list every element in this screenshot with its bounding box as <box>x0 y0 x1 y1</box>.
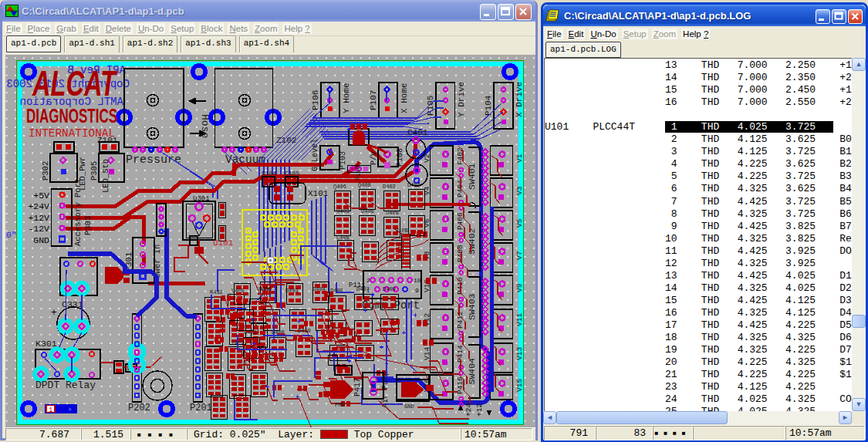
svg-text:Hose: Hose <box>199 114 211 138</box>
svg-text:P103: P103 <box>339 151 347 170</box>
svg-text:10": 10" <box>5 230 17 240</box>
svg-text:Air Pump: Air Pump <box>381 371 390 408</box>
svg-text:V11: V11 <box>515 313 524 326</box>
svg-text:P107: P107 <box>369 90 378 110</box>
svg-text:+12: +12 <box>475 403 484 417</box>
svg-text:P417: P417 <box>353 378 362 396</box>
svg-text:+: + <box>68 407 72 414</box>
svg-text:K301: K301 <box>35 339 57 349</box>
svg-text:U406: U406 <box>258 286 272 292</box>
svg-text:SW403: SW403 <box>467 293 477 320</box>
svg-text:C412: C412 <box>231 340 245 346</box>
svg-text:V9: V9 <box>515 283 524 292</box>
svg-text:+24V: +24V <box>28 201 49 211</box>
svg-text:D407: D407 <box>356 286 370 292</box>
svg-text:Y Home: Y Home <box>342 83 351 113</box>
svg-text:LED_Stb: LED_Stb <box>101 159 110 193</box>
svg-text:Y Drive: Y Drive <box>457 82 466 117</box>
svg-text:P305: P305 <box>90 161 99 181</box>
svg-text:U101: U101 <box>213 238 234 248</box>
svg-text:U405: U405 <box>231 288 245 294</box>
svg-text:C331: C331 <box>62 299 83 309</box>
svg-text:D406: D406 <box>361 208 374 214</box>
svg-text:C105: C105 <box>285 170 299 177</box>
svg-text:Q408: Q408 <box>358 182 371 188</box>
svg-text:V4: V4 <box>423 186 431 195</box>
svg-text:SW404: SW404 <box>467 358 477 385</box>
svg-text:P108: P108 <box>396 148 404 167</box>
svg-text:1: 1 <box>49 407 52 414</box>
svg-text:D408: D408 <box>386 210 399 216</box>
svg-text:P303: P303 <box>83 216 93 235</box>
svg-text:P408: P408 <box>456 245 464 262</box>
svg-text:P406: P406 <box>456 212 464 230</box>
svg-text:Z101: Z101 <box>97 136 118 145</box>
svg-text:D404: D404 <box>312 286 326 292</box>
svg-text:ALCAT: ALCAT <box>32 63 117 103</box>
svg-text:V14: V14 <box>423 347 431 360</box>
svg-text:V3: V3 <box>515 186 524 195</box>
svg-text:D405: D405 <box>330 288 343 294</box>
svg-text:D408: D408 <box>272 329 285 336</box>
svg-text:P/V: P/V <box>370 151 378 165</box>
svg-text:C401: C401 <box>407 128 428 137</box>
svg-text:V5: V5 <box>515 218 524 228</box>
svg-text:X Drive: X Drive <box>515 82 524 117</box>
svg-text:+24: +24 <box>464 403 473 417</box>
svg-text:GND: GND <box>404 403 414 410</box>
svg-text:PMD: PMD <box>335 402 345 408</box>
svg-text:C408: C408 <box>336 234 350 241</box>
svg-text:Q406: Q406 <box>333 184 346 190</box>
svg-text:D409: D409 <box>383 286 396 292</box>
svg-text:10: 10 <box>414 277 421 284</box>
svg-text:P110: P110 <box>354 166 361 181</box>
svg-text:GND: GND <box>33 235 49 245</box>
svg-text:D403: D403 <box>285 288 299 294</box>
svg-text:V6: V6 <box>423 218 431 228</box>
svg-text:C104: C104 <box>262 170 276 177</box>
svg-text:SW402: SW402 <box>467 228 477 255</box>
svg-text:P202: P202 <box>128 403 150 413</box>
svg-text:DIAGNOSTICS: DIAGNOSTICS <box>26 104 117 127</box>
svg-text:X Home: X Home <box>400 83 409 113</box>
svg-text:DPDT Relay: DPDT Relay <box>35 380 96 391</box>
svg-text:V15: V15 <box>515 379 524 392</box>
svg-text:P106: P106 <box>311 90 320 110</box>
svg-text:V13: V13 <box>515 347 524 360</box>
svg-text:V7: V7 <box>515 251 524 260</box>
svg-text:X101: X101 <box>308 189 329 198</box>
svg-text:D404: D404 <box>407 182 420 188</box>
svg-text:P201: P201 <box>190 403 212 413</box>
svg-text:D403: D403 <box>383 184 396 190</box>
svg-text:+: + <box>51 307 57 319</box>
svg-text:+5V: +5V <box>33 191 49 201</box>
svg-text:R432: R432 <box>210 289 223 295</box>
svg-text:U408: U408 <box>244 329 257 336</box>
svg-text:2: 2 <box>366 277 370 284</box>
svg-text:V2: V2 <box>423 154 431 163</box>
svg-text:-12V: -12V <box>28 224 49 234</box>
svg-text:D410: D410 <box>298 328 311 334</box>
svg-text:G Level: G Level <box>311 139 319 171</box>
svg-text:U403: U403 <box>336 208 350 214</box>
svg-text:9: 9 <box>415 287 419 294</box>
svg-text:+12V: +12V <box>28 213 49 223</box>
svg-text:Accessory Port: Accessory Port <box>73 178 83 246</box>
svg-text:P302: P302 <box>41 161 50 181</box>
svg-text:U10B: U10B <box>395 228 408 234</box>
svg-text:V1: V1 <box>515 154 524 163</box>
